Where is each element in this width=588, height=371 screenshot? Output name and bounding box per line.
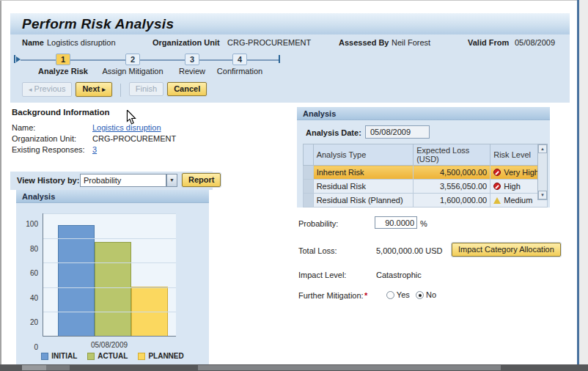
mitigation-no-option[interactable]: No: [416, 290, 436, 299]
risk-warning-icon: [493, 197, 501, 204]
taskbar-segment: [46, 365, 70, 370]
analysis-panel-body: Analysis Date: 05/08/2009 Analysis Type …: [297, 120, 550, 207]
scroll-up-icon[interactable]: ▲: [538, 144, 547, 153]
chart-panel-header: Analysis: [16, 190, 209, 203]
page-title: Perform Risk Analysis: [22, 16, 174, 32]
row-selector[interactable]: [304, 194, 314, 207]
chart-bars: [58, 225, 168, 336]
bi-org-value: CRG-PROCUREMENT: [92, 134, 176, 143]
probability-label: Probability:: [298, 219, 338, 228]
chart-legend: INITIALACTUALPLANNED: [16, 352, 209, 360]
y-tick-label: 20: [16, 318, 38, 326]
gridline: [43, 312, 176, 312]
mouse-cursor: [126, 110, 136, 128]
cancel-button[interactable]: Cancel: [167, 82, 207, 96]
legend-item: INITIAL: [41, 352, 77, 360]
valid-from-value: 05/08/2009: [515, 38, 555, 47]
legend-item: ACTUAL: [87, 352, 128, 360]
roadmap-step-1-label: Analyze Risk: [38, 67, 88, 76]
row-selector[interactable]: [304, 166, 314, 180]
legend-label: ACTUAL: [98, 352, 128, 360]
window-margin-right: [579, 0, 588, 371]
bar-actual: [95, 242, 131, 336]
previous-button[interactable]: ◂ Previous: [22, 82, 72, 97]
assessed-by-label: Assessed By: [339, 38, 389, 47]
chart-plot: [43, 213, 176, 337]
title-bar: Perform Risk Analysis: [10, 13, 570, 34]
roadmap-step-1[interactable]: 1: [56, 54, 70, 65]
valid-from-label: Valid From: [468, 38, 509, 47]
risk-critical-icon: [493, 183, 501, 190]
selector-header-cell: [304, 144, 314, 166]
analysis-table: Analysis Type Expected Loss (USD) Risk L…: [303, 144, 548, 207]
table-scrollbar[interactable]: ▲ ▼: [537, 144, 548, 200]
org-unit-label: Organization Unit: [152, 38, 220, 47]
roadmap-step-4-label: Confirmation: [217, 67, 262, 76]
legend-swatch: [41, 353, 48, 360]
roadmap-step-2[interactable]: 2: [125, 54, 140, 65]
impact-level-label: Impact Level:: [298, 271, 346, 279]
radio-yes[interactable]: [386, 291, 394, 299]
y-tick-label: 0: [16, 343, 38, 351]
bi-name-label: Name:: [12, 123, 35, 132]
legend-item: PLANNED: [138, 352, 183, 360]
legend-label: PLANNED: [148, 352, 183, 360]
header-info-strip: Name Logistics disruption Organization U…: [10, 34, 570, 51]
y-tick-label: 80: [16, 245, 38, 253]
chevron-down-icon[interactable]: ▼: [166, 174, 177, 187]
total-loss-value: 5,000,000.00 USD: [376, 246, 443, 255]
impact-category-allocation-button[interactable]: Impact Category Allocation: [452, 243, 561, 257]
further-mitigation-label: Further Mitigation:: [298, 291, 364, 300]
name-label: Name: [22, 38, 44, 47]
roadmap-step-4[interactable]: 4: [232, 54, 247, 65]
view-history-panel: View History by: Probability ▼ Report: [10, 172, 213, 190]
col-expected-loss: Expected Loss (USD): [414, 144, 490, 166]
required-marker: *: [364, 291, 367, 300]
left-arrow-icon: ◂: [29, 86, 32, 93]
roadmap: 1 Analyze Risk 2 Assign Mitigation 3 Rev…: [10, 51, 570, 78]
scroll-down-icon[interactable]: ▼: [538, 191, 547, 199]
bi-org-label: Organization Unit:: [12, 134, 76, 143]
report-button[interactable]: Report: [182, 173, 221, 187]
row-selector[interactable]: [304, 180, 314, 194]
taskbar-strip: [0, 364, 588, 371]
probability-unit: %: [420, 219, 427, 228]
y-tick-label: 40: [16, 294, 38, 302]
assessed-by-value: Neil Forest: [392, 38, 430, 47]
gridline: [43, 287, 176, 288]
history-type-dropdown[interactable]: Probability: [80, 174, 166, 187]
table-row-residual-risk[interactable]: Residual Risk 3,556,050.00 High: [304, 180, 548, 194]
roadmap-step-3[interactable]: 3: [185, 54, 199, 65]
gridline: [43, 262, 176, 263]
chart-panel-title: Analysis: [22, 192, 55, 201]
chart-yaxis: 020406080100: [16, 213, 40, 337]
col-analysis-type: Analysis Type: [313, 144, 414, 166]
taskbar-segment: [22, 365, 46, 370]
taskbar-segment: [198, 365, 501, 370]
analysis-panel-title: Analysis: [303, 109, 336, 118]
mitigation-yes-option[interactable]: Yes: [386, 290, 410, 299]
roadmap-start-icon: [14, 55, 21, 63]
roadmap-end-icon: [279, 55, 280, 63]
finish-button[interactable]: Finish: [129, 82, 163, 96]
right-arrow-icon: ▸: [102, 86, 106, 93]
legend-swatch: [138, 353, 145, 360]
org-unit-value: CRG-PROCUREMENT: [227, 38, 311, 47]
gridline: [43, 238, 176, 239]
table-header-row: Analysis Type Expected Loss (USD) Risk L…: [304, 144, 548, 166]
window-border-right: [577, 0, 579, 371]
window-border-left: [0, 0, 1, 371]
table-row-inherent-risk[interactable]: Inherent Risk 4,500,000.00 Very High: [304, 166, 548, 180]
toolbar: ◂ Previous Next ▸ Finish Cancel: [10, 78, 570, 103]
roadmap-step-2-label: Assign Mitigation: [102, 67, 163, 76]
radio-no-selected[interactable]: [416, 291, 424, 299]
analysis-panel-header: Analysis: [297, 107, 550, 120]
bi-responses-link[interactable]: 3: [92, 145, 97, 154]
table-row-residual-risk-planned[interactable]: Residual Risk (Planned) 1,600,000.00 Med…: [304, 194, 548, 207]
legend-swatch: [87, 353, 95, 360]
probability-input[interactable]: 90.0000: [375, 216, 417, 229]
next-button[interactable]: Next ▸: [76, 82, 111, 97]
analysis-chart: 020406080100 05/08/2009 INITIALACTUALPLA…: [16, 203, 209, 364]
analysis-date-input[interactable]: 05/08/2009: [365, 125, 430, 139]
window-border-top: [0, 0, 588, 1]
